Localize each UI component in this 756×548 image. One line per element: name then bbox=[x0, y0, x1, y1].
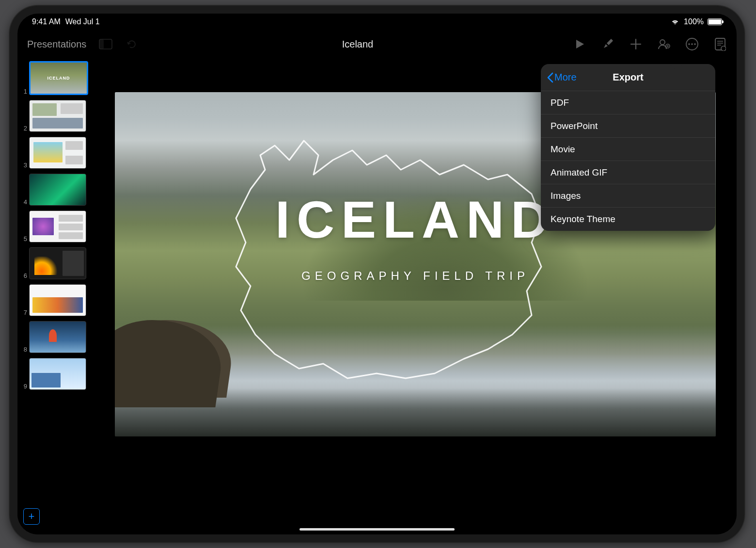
battery-icon bbox=[708, 18, 722, 25]
home-indicator[interactable] bbox=[299, 528, 455, 531]
slide-thumbnail-8[interactable] bbox=[29, 321, 86, 353]
popover-back-label: More bbox=[554, 72, 577, 83]
add-slide-button[interactable]: + bbox=[23, 508, 40, 525]
format-brush-icon[interactable] bbox=[601, 37, 614, 51]
export-option-movie[interactable]: Movie bbox=[541, 138, 715, 161]
slide-navigator[interactable]: 1 ICELAND 2 3 4 5 6 7 8 9 + bbox=[17, 58, 94, 534]
presenter-notes-icon[interactable] bbox=[713, 37, 727, 51]
play-icon[interactable] bbox=[573, 37, 586, 51]
app-toolbar: Presentations Iceland bbox=[17, 30, 737, 58]
status-time: 9:41 AM bbox=[32, 17, 61, 26]
svg-point-5 bbox=[688, 43, 690, 45]
status-date: Wed Jul 1 bbox=[65, 17, 100, 26]
svg-point-2 bbox=[660, 40, 665, 45]
thumb-number: 9 bbox=[21, 383, 27, 390]
thumb-number: 7 bbox=[21, 309, 27, 316]
thumb-number: 8 bbox=[21, 346, 27, 353]
slide-thumbnail-1[interactable]: ICELAND bbox=[29, 61, 88, 95]
popover-back-button[interactable]: More bbox=[541, 72, 577, 83]
thumb-number: 1 bbox=[21, 88, 27, 95]
export-option-images[interactable]: Images bbox=[541, 184, 715, 208]
collaborate-icon[interactable] bbox=[657, 37, 671, 51]
slide-thumbnail-3[interactable] bbox=[29, 137, 86, 169]
slide-thumbnail-2[interactable] bbox=[29, 100, 86, 132]
document-title[interactable]: Iceland bbox=[148, 39, 567, 50]
back-to-presentations-button[interactable]: Presentations bbox=[27, 39, 86, 50]
sidebar-toggle-icon[interactable] bbox=[99, 37, 112, 51]
thumb-number: 3 bbox=[21, 161, 27, 169]
ipad-bezel: 9:41 AM Wed Jul 1 100% Presentations bbox=[9, 5, 745, 543]
slide-thumbnail-4[interactable] bbox=[29, 174, 86, 206]
slide-thumbnail-6[interactable] bbox=[29, 247, 86, 279]
more-ellipsis-icon[interactable] bbox=[685, 37, 699, 51]
thumb-number: 6 bbox=[21, 272, 27, 279]
slide-thumbnail-5[interactable] bbox=[29, 210, 86, 242]
export-popover: More Export PDF PowerPoint Movie Animate… bbox=[541, 64, 715, 231]
svg-point-9 bbox=[721, 46, 726, 51]
status-bar: 9:41 AM Wed Jul 1 100% bbox=[17, 14, 737, 30]
slide-thumbnail-7[interactable] bbox=[29, 284, 86, 316]
battery-percentage: 100% bbox=[684, 17, 704, 26]
thumb-number: 4 bbox=[21, 198, 27, 206]
slide-subtitle[interactable]: GEOGRAPHY FIELD TRIP bbox=[115, 269, 716, 283]
chevron-left-icon bbox=[547, 72, 553, 83]
wifi-icon bbox=[670, 18, 680, 25]
thumb-number: 2 bbox=[21, 125, 27, 132]
slide-thumbnail-9[interactable] bbox=[29, 358, 86, 390]
svg-point-7 bbox=[694, 43, 696, 45]
undo-icon[interactable] bbox=[125, 37, 139, 51]
export-option-powerpoint[interactable]: PowerPoint bbox=[541, 114, 715, 138]
export-option-keynote-theme[interactable]: Keynote Theme bbox=[541, 208, 715, 231]
export-option-pdf[interactable]: PDF bbox=[541, 91, 715, 114]
insert-plus-icon[interactable] bbox=[629, 37, 643, 51]
screen: 9:41 AM Wed Jul 1 100% Presentations bbox=[17, 14, 737, 534]
thumb-number: 5 bbox=[21, 235, 27, 242]
export-option-animated-gif[interactable]: Animated GIF bbox=[541, 161, 715, 184]
svg-point-6 bbox=[691, 43, 693, 45]
svg-rect-1 bbox=[99, 39, 104, 49]
export-options-list: PDF PowerPoint Movie Animated GIF Images… bbox=[541, 91, 715, 231]
